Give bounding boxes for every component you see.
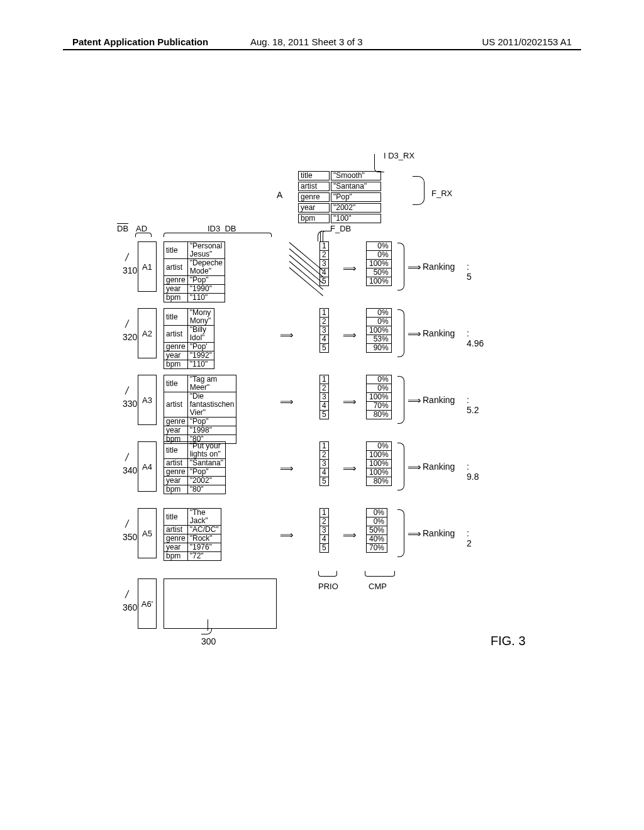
frx-brace	[413, 176, 425, 205]
prio-cell: 1	[320, 509, 329, 517]
meta-key: genre	[164, 276, 188, 285]
label-cmp: CMP	[369, 582, 387, 591]
ref-tick	[125, 519, 135, 530]
meta-key: bpm	[164, 552, 188, 561]
cmp-cell: 70%	[367, 544, 387, 553]
meta-val: "Depeche Mode"	[187, 259, 225, 276]
label-A: A	[277, 190, 282, 200]
prio-cell: 4	[320, 535, 329, 544]
meta-key: year	[164, 477, 188, 485]
cmp-cell: 80%	[367, 411, 392, 419]
label-id3-rx: I D3_RX	[384, 151, 414, 160]
prio-cell: 4	[320, 402, 329, 411]
meta-val: "Santana"	[187, 459, 225, 468]
prio-cell: 2	[320, 451, 329, 460]
ref-number: 360'	[123, 602, 139, 612]
ranking-label: Ranking	[423, 528, 455, 538]
ref-tick	[125, 253, 135, 263]
cmp-cell: 0%	[367, 242, 392, 251]
cmp-cell: 100%	[367, 277, 392, 286]
meta-table: title"Tag am Meer"artist"Die fantastisch…	[164, 375, 236, 444]
meta-key: year	[164, 426, 188, 435]
label-f-rx: F_RX	[431, 189, 452, 198]
arrow-icon: ⟹	[408, 528, 421, 540]
arrow-icon: ⟹	[408, 262, 421, 273]
cmp-cell: 100%	[367, 326, 392, 335]
ref-tick	[125, 386, 135, 397]
meta-val: "1992"	[187, 351, 214, 360]
arrow-icon: ⟹	[343, 396, 357, 407]
cmp-cell: 90%	[367, 344, 392, 353]
meta-key: year	[164, 285, 188, 294]
meta-val: "Pop"	[187, 276, 225, 285]
cmp-table: 0%100%100%100%80%	[366, 441, 392, 486]
meta-key: title	[164, 309, 188, 326]
arrow-icon: ⟹	[343, 329, 357, 341]
arrow-icon: ⟹	[280, 463, 294, 474]
patent-figure-page: Patent Application Publication Aug. 18, …	[0, 0, 644, 830]
meta-val: "110"	[187, 360, 214, 369]
figure-label: FIG. 3	[491, 634, 526, 648]
rx-key: year	[298, 203, 330, 213]
prio-cell: 5	[320, 277, 329, 286]
rx-val: "Pop"	[331, 192, 381, 202]
prio-cell: 5	[320, 344, 329, 353]
header-left: Patent Application Publication	[72, 36, 208, 47]
meta-val: "Pop'	[187, 343, 214, 351]
label-db: DB	[117, 224, 128, 233]
meta-key: title	[164, 509, 188, 526]
cmp-table: 0%0%100%50%100%	[366, 241, 392, 286]
ref-tick	[125, 590, 135, 600]
meta-key: year	[164, 351, 188, 360]
ref-number: 330	[123, 399, 137, 409]
prio-cell: 1	[320, 242, 329, 251]
cmp-cell: 80%	[367, 477, 392, 486]
ref-tick	[125, 453, 135, 463]
prio-table: 12345	[319, 375, 329, 419]
ranking-value: : 5.2	[467, 395, 479, 415]
ranking-label: Ranking	[423, 395, 455, 405]
ref-300: 300	[201, 636, 216, 646]
rx-val: "100"	[331, 214, 381, 223]
prio-cell: 2	[320, 517, 329, 526]
rx-val: "Smooth"	[331, 171, 381, 180]
prio-cell: 5	[320, 411, 329, 419]
prio-cell: 1	[320, 375, 329, 384]
rx-key: artist	[298, 182, 330, 191]
arrow-icon: ⟹	[343, 463, 357, 474]
prio-cell: 3	[320, 526, 329, 535]
rx-val: "2002"	[331, 203, 381, 213]
ranking-label: Ranking	[423, 462, 455, 472]
ad-box: A6'	[138, 578, 157, 629]
arrow-icon: ⟹	[408, 395, 421, 406]
received-id3-table: title"Smooth" artist"Santana" genre"Pop"…	[297, 170, 382, 224]
header-rule	[63, 49, 581, 50]
meta-val: "Tag am Meer"	[187, 375, 236, 392]
meta-val: "Rock"	[187, 534, 221, 543]
meta-val: "80"	[187, 485, 225, 494]
meta-key: artist	[164, 326, 188, 343]
meta-val: "Pop"	[187, 418, 236, 426]
meta-val: "AC/DC"	[187, 526, 221, 534]
meta-val: "Put your lights on"	[187, 442, 225, 459]
cmp-cell: 0%	[367, 442, 392, 451]
arrow-icon: ⟹	[408, 328, 421, 340]
ref300-hook	[201, 629, 212, 634]
prio-cell: 4	[320, 268, 329, 277]
result-brace	[397, 443, 404, 490]
meta-val: "1998"	[187, 426, 236, 435]
meta-key: bpm	[164, 294, 188, 302]
cmp-cell: 100%	[367, 260, 392, 268]
meta-val: "Personal Jesus"	[187, 242, 225, 259]
cmp-cell: 0%	[367, 509, 387, 517]
ref-number: 340	[123, 465, 137, 475]
result-brace	[397, 376, 404, 424]
prio-table: 12345	[319, 508, 329, 553]
prio-cell: 5	[320, 477, 329, 486]
meta-key: artist	[164, 392, 188, 418]
rx-key: bpm	[298, 214, 330, 223]
meta-table: title"Put your lights on"artist"Santana"…	[164, 441, 226, 494]
arrow-icon: ⟹	[343, 263, 357, 274]
prio-cell: 2	[320, 318, 329, 326]
label-id3-db: ID3_DB	[208, 224, 236, 233]
